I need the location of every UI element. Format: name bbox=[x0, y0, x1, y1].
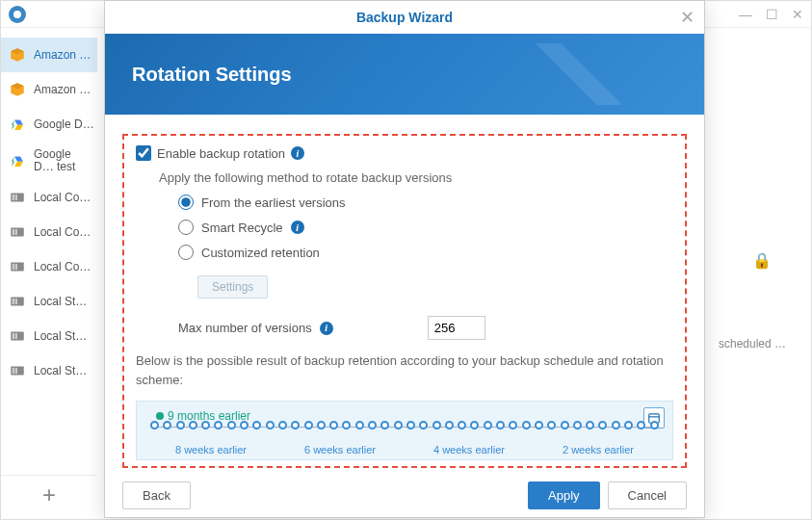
result-description: Below is the possible result of backup r… bbox=[136, 351, 673, 389]
sidebar-item-gdrive-2[interactable]: Google D… test bbox=[1, 142, 97, 180]
sidebar-item-label: Local Co… bbox=[34, 191, 91, 204]
info-icon[interactable]: i bbox=[320, 322, 333, 335]
sidebar-item-label: Local St… bbox=[34, 295, 87, 308]
radio-earliest[interactable] bbox=[178, 195, 194, 210]
minimize-icon[interactable]: — bbox=[739, 7, 752, 22]
svg-rect-7 bbox=[13, 264, 14, 270]
timeline-label: 2 weeks earlier bbox=[563, 444, 634, 455]
svg-rect-2 bbox=[15, 195, 17, 200]
sidebar-item-label: Local Co… bbox=[34, 225, 91, 239]
modal-titlebar: Backup Wizard ✕ bbox=[105, 1, 704, 34]
maximize-icon[interactable]: ☐ bbox=[766, 7, 778, 22]
sidebar-item-local-3[interactable]: Local Co… bbox=[1, 249, 97, 284]
svg-rect-5 bbox=[15, 229, 17, 235]
sidebar-item-label: Local St… bbox=[34, 364, 87, 377]
box-icon bbox=[9, 46, 26, 64]
sidebar-item-local-6[interactable]: Local St… bbox=[1, 353, 97, 388]
sidebar-item-amazon-2[interactable]: Amazon … bbox=[1, 72, 97, 107]
rotation-method-group: From the earliest versions Smart Recycle… bbox=[178, 195, 673, 260]
timeline-bottom-labels: 8 weeks earlier 6 weeks earlier 4 weeks … bbox=[146, 444, 663, 455]
app-icon bbox=[9, 6, 26, 23]
dot-icon bbox=[156, 412, 164, 420]
timeline-label: 8 weeks earlier bbox=[175, 444, 247, 455]
retention-timeline: 9 months earlier 8 weeks earlier 6 weeks… bbox=[136, 401, 673, 460]
sidebar-item-amazon-1[interactable]: Amazon … bbox=[1, 38, 97, 72]
storage-icon bbox=[9, 362, 26, 379]
sidebar-item-label: Local Co… bbox=[34, 260, 91, 273]
radio-custom-label: Customized retention bbox=[201, 246, 320, 260]
radio-smart-label: Smart Recycle bbox=[201, 221, 283, 235]
modal-body: Enable backup rotation i Apply the follo… bbox=[105, 115, 704, 478]
svg-rect-17 bbox=[15, 368, 17, 374]
svg-rect-16 bbox=[13, 368, 14, 374]
window-controls: — ☐ ✕ bbox=[739, 7, 803, 22]
timeline-label: 6 weeks earlier bbox=[304, 444, 376, 455]
storage-icon bbox=[9, 327, 26, 345]
backup-wizard-modal: Backup Wizard ✕ Rotation Settings Enable… bbox=[104, 0, 705, 518]
right-pane-fragment: 🔒 scheduled … bbox=[719, 251, 805, 481]
add-button[interactable]: + bbox=[1, 475, 97, 513]
radio-smart-row[interactable]: Smart Recycle i bbox=[178, 220, 673, 235]
info-icon[interactable]: i bbox=[291, 221, 304, 234]
sidebar-item-label: Google D… test bbox=[34, 148, 90, 173]
max-versions-input[interactable] bbox=[428, 316, 485, 340]
modal-close-icon[interactable]: ✕ bbox=[680, 7, 694, 28]
timeline-line bbox=[150, 427, 659, 442]
timeline-dots bbox=[150, 421, 659, 429]
enable-rotation-checkbox[interactable] bbox=[136, 145, 151, 161]
sidebar: Amazon … Amazon … Google D… Google D… te… bbox=[1, 28, 97, 519]
svg-rect-10 bbox=[13, 299, 14, 304]
storage-icon bbox=[9, 293, 26, 310]
svg-rect-11 bbox=[15, 299, 17, 304]
max-versions-label: Max number of versions bbox=[178, 321, 312, 335]
scheduled-label: scheduled … bbox=[719, 337, 786, 351]
radio-earliest-label: From the earliest versions bbox=[201, 195, 346, 210]
sidebar-item-local-1[interactable]: Local Co… bbox=[1, 180, 97, 215]
modal-title: Backup Wizard bbox=[356, 10, 453, 25]
sidebar-item-label: Amazon … bbox=[34, 48, 91, 62]
svg-rect-13 bbox=[13, 333, 14, 339]
max-versions-row: Max number of versions i bbox=[178, 316, 673, 340]
info-icon[interactable]: i bbox=[291, 146, 304, 160]
apply-method-text: Apply the following method to rotate bac… bbox=[159, 170, 673, 185]
radio-smart[interactable] bbox=[178, 220, 194, 235]
radio-custom[interactable] bbox=[178, 245, 194, 260]
storage-icon bbox=[9, 223, 26, 241]
svg-rect-8 bbox=[15, 264, 17, 270]
back-button[interactable]: Back bbox=[122, 481, 191, 509]
gdrive-icon bbox=[9, 116, 26, 133]
sidebar-item-gdrive-1[interactable]: Google D… bbox=[1, 107, 97, 142]
sidebar-item-label: Local St… bbox=[34, 329, 87, 343]
close-icon[interactable]: ✕ bbox=[792, 7, 803, 22]
box-icon bbox=[9, 81, 26, 98]
timeline-label: 4 weeks earlier bbox=[433, 444, 505, 455]
svg-rect-1 bbox=[13, 195, 14, 200]
apply-button[interactable]: Apply bbox=[528, 481, 600, 509]
lock-icon: 🔒 bbox=[719, 251, 805, 270]
storage-icon bbox=[9, 189, 26, 206]
banner-heading: Rotation Settings bbox=[132, 64, 292, 86]
enable-rotation-label: Enable backup rotation bbox=[157, 146, 285, 161]
retention-settings-button: Settings bbox=[197, 275, 268, 299]
sidebar-item-local-2[interactable]: Local Co… bbox=[1, 215, 97, 249]
modal-footer: Back Apply Cancel bbox=[105, 481, 704, 509]
svg-rect-14 bbox=[15, 333, 17, 339]
radio-custom-row[interactable]: Customized retention bbox=[178, 245, 673, 260]
gdrive-icon bbox=[9, 152, 26, 169]
storage-icon bbox=[9, 258, 26, 275]
highlighted-region: Enable backup rotation i Apply the follo… bbox=[122, 134, 687, 468]
cancel-button[interactable]: Cancel bbox=[608, 481, 687, 509]
radio-earliest-row[interactable]: From the earliest versions bbox=[178, 195, 673, 210]
sidebar-item-label: Amazon … bbox=[34, 83, 91, 96]
enable-rotation-row[interactable]: Enable backup rotation i bbox=[136, 145, 673, 161]
sidebar-item-local-4[interactable]: Local St… bbox=[1, 284, 97, 319]
svg-rect-4 bbox=[13, 229, 14, 235]
sidebar-item-label: Google D… bbox=[34, 117, 94, 131]
modal-banner: Rotation Settings bbox=[105, 34, 704, 115]
sidebar-item-local-5[interactable]: Local St… bbox=[1, 319, 97, 353]
